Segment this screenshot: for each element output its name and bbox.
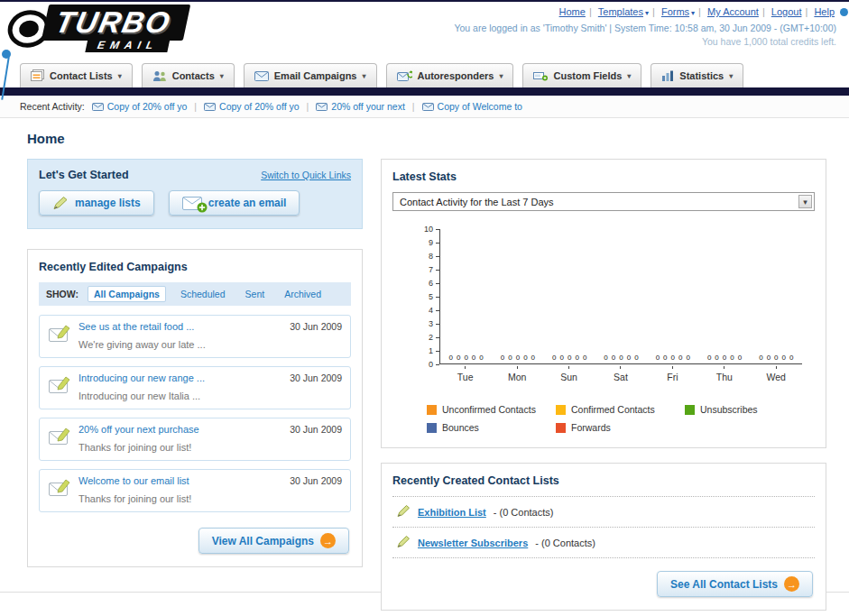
- bar-value-label: 0: [715, 354, 718, 362]
- legend-swatch: [556, 405, 566, 415]
- activity-separator: |: [412, 101, 415, 112]
- stats-panel-title: Latest Stats: [392, 170, 815, 183]
- contact-activity-chart: 109876543210 000000000000000000000000000…: [418, 229, 815, 382]
- envelope-icon: [92, 103, 104, 111]
- recent-activity-label: Recent Activity:: [20, 101, 85, 112]
- legend-item: Forwards: [556, 422, 685, 433]
- recent-activity-item[interactable]: Copy of 20% off yo: [92, 101, 188, 112]
- campaign-envelope-pencil-icon: [48, 372, 78, 398]
- chart-bar-group: 00000: [698, 354, 750, 363]
- bar-value-label: 0: [738, 354, 742, 362]
- campaign-title-link[interactable]: Welcome to our email list: [78, 475, 282, 486]
- nav-link-forms[interactable]: Forms▾: [661, 6, 695, 17]
- x-axis-label: Thu: [698, 366, 750, 382]
- tab-statistics[interactable]: Statistics▾: [651, 63, 743, 87]
- credits-info: You have 1,000 total credits left.: [454, 36, 836, 47]
- chevron-down-icon: ▾: [691, 9, 695, 17]
- chart-plot: 00000000000000000000000000000000000: [439, 229, 802, 364]
- campaign-row[interactable]: Introducing our new range ... Introducin…: [39, 366, 351, 409]
- campaign-info: Welcome to our email list Thanks for joi…: [78, 475, 282, 506]
- tab-email-campaigns[interactable]: Email Campaigns▾: [244, 63, 377, 87]
- contact-list-link[interactable]: Exhibition List: [418, 507, 486, 518]
- autoresponders-icon: [397, 70, 412, 81]
- y-axis-label: 9: [429, 238, 433, 247]
- bar-value-label: 0: [759, 354, 762, 362]
- filter-option[interactable]: Scheduled: [175, 287, 231, 301]
- bar-value-label: 0: [560, 354, 564, 362]
- recent-activity-item[interactable]: Copy of Welcome to: [422, 101, 522, 112]
- arrow-right-icon: →: [784, 576, 799, 592]
- campaign-row[interactable]: See us at the retail food ... We're givi…: [39, 315, 351, 358]
- campaign-title-link[interactable]: See us at the retail food ...: [78, 321, 282, 332]
- campaign-title-link[interactable]: Introducing our new range ...: [78, 372, 282, 383]
- login-info: You are logged in as 'Timothy Smith' | S…: [454, 23, 836, 33]
- campaign-row[interactable]: Welcome to our email list Thanks for joi…: [39, 469, 351, 512]
- header: TURBO EMAIL Home| Templates▾| Forms▾| My…: [0, 2, 849, 58]
- bar-value-label: 0: [678, 354, 682, 362]
- nav-link-home[interactable]: Home: [559, 6, 586, 17]
- nav-link-help[interactable]: Help: [814, 6, 835, 17]
- y-axis-label: 1: [429, 346, 433, 355]
- create-email-button[interactable]: create an email: [169, 190, 300, 216]
- chevron-down-icon: ▾: [499, 72, 503, 80]
- contact-list-detail: - (0 Contacts): [535, 538, 595, 548]
- stats-activity-dropdown[interactable]: Contact Activity for the Last 7 Days ▾: [392, 192, 815, 211]
- tab-label: Custom Fields: [553, 70, 622, 81]
- chart-bar-group: 00000: [544, 354, 595, 363]
- bar-value-label: 0: [774, 354, 778, 362]
- filter-option[interactable]: All Campaigns: [88, 286, 166, 302]
- x-axis-label: Fri: [647, 366, 698, 382]
- y-axis-label: 8: [429, 252, 433, 261]
- manage-lists-button[interactable]: manage lists: [39, 190, 154, 216]
- tab-contact-lists[interactable]: Contact Lists▾: [20, 63, 133, 87]
- nav-separator: |: [652, 6, 655, 17]
- bar-value-label: 0: [531, 354, 535, 362]
- envelope-plus-icon: [182, 197, 202, 210]
- turbo-email-logo: TURBO EMAIL: [7, 5, 187, 52]
- legend-item: Bounces: [427, 422, 556, 433]
- campaign-title-link[interactable]: 20% off your next purchase: [78, 424, 282, 435]
- bar-value-label: 0: [472, 354, 475, 362]
- x-axis-label: Sat: [595, 366, 646, 382]
- logo-subtitle: EMAIL: [85, 38, 171, 52]
- x-axis-label: Tue: [439, 366, 491, 382]
- tab-contacts[interactable]: Contacts▾: [142, 63, 235, 87]
- campaign-envelope-pencil-icon: [48, 321, 78, 346]
- tab-autoresponders[interactable]: Autoresponders▾: [386, 63, 514, 87]
- bar-value-label: 0: [501, 354, 504, 362]
- arrow-right-icon: →: [320, 533, 336, 548]
- chevron-down-icon: ▾: [118, 72, 122, 80]
- nav-separator: |: [698, 6, 701, 17]
- bar-value-label: 0: [457, 354, 460, 362]
- campaign-date: 30 Jun 2009: [282, 424, 342, 435]
- recent-activity-item[interactable]: 20% off your next: [316, 101, 405, 112]
- see-all-contact-lists-button[interactable]: See All Contact Lists →: [657, 571, 813, 597]
- filter-option[interactable]: Archived: [279, 287, 327, 301]
- view-all-campaigns-button[interactable]: View All Campaigns →: [198, 528, 349, 554]
- chart-main: 00000000000000000000000000000000000 TueM…: [439, 229, 802, 382]
- y-axis-label: 10: [424, 225, 433, 234]
- legend-swatch: [685, 405, 695, 415]
- campaign-row[interactable]: 20% off your next purchase Thanks for jo…: [39, 418, 351, 461]
- contact-lists-list: Exhibition List - (0 Contacts) Newslette…: [392, 496, 815, 558]
- campaign-subtitle: Introducing our new Italia ...: [78, 391, 200, 401]
- campaign-date: 30 Jun 2009: [282, 372, 342, 383]
- recent-activity-item[interactable]: Copy of 20% off yo: [204, 101, 300, 112]
- statistics-icon: [661, 70, 674, 81]
- contact-list-link[interactable]: Newsletter Subscribers: [418, 538, 528, 548]
- nav-link-my-account[interactable]: My Account: [707, 6, 759, 17]
- manage-lists-label: manage lists: [75, 197, 141, 209]
- y-axis-label: 7: [429, 265, 433, 274]
- contact-list-item[interactable]: Newsletter Subscribers - (0 Contacts): [392, 528, 815, 558]
- filter-option[interactable]: Sent: [240, 287, 271, 301]
- x-axis-label: Mon: [491, 366, 542, 382]
- y-axis-label: 4: [429, 306, 433, 315]
- x-axis-label: Wed: [751, 366, 802, 382]
- contact-list-item[interactable]: Exhibition List - (0 Contacts): [392, 497, 815, 528]
- switch-quick-links-link[interactable]: Switch to Quick Links: [261, 170, 351, 180]
- campaign-subtitle: Thanks for joining our list!: [78, 493, 191, 504]
- nav-link-templates[interactable]: Templates▾: [598, 6, 649, 17]
- tab-custom-fields[interactable]: Custom Fields▾: [522, 63, 641, 87]
- y-axis-label: 3: [429, 319, 433, 328]
- nav-link-logout[interactable]: Logout: [771, 6, 802, 17]
